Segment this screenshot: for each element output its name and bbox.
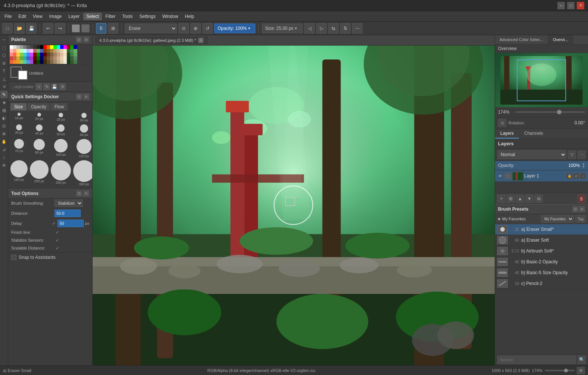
tool-assistant[interactable]: ⊿ [0, 146, 8, 153]
stabilize-sensors-checkbox[interactable]: ✓ [55, 238, 60, 243]
mirror-h-button[interactable]: ⇆ [328, 23, 339, 34]
menu-layer[interactable]: Layer [65, 13, 83, 20]
mirror-v-button[interactable]: ⇅ [340, 23, 351, 34]
menu-help[interactable]: Help [182, 13, 197, 20]
swatch[interactable] [74, 60, 77, 64]
preset-airbrush-soft[interactable]: 5.72 b) Airbrush Soft* [495, 246, 588, 257]
tool-measure[interactable]: ↕ [0, 154, 8, 161]
size-dropdown-arrow[interactable]: ▾ [295, 26, 297, 30]
reset-button[interactable]: ⊙ [178, 23, 189, 34]
menu-tools[interactable]: Tools [119, 13, 136, 20]
zoom-thumb[interactable] [557, 110, 561, 114]
grid-button[interactable]: ⊞ [108, 23, 118, 34]
brush-size-80[interactable]: 80 px [29, 138, 49, 159]
layer-down-button[interactable]: ▼ [525, 195, 533, 203]
add-group-button[interactable]: ⊞ [507, 195, 515, 203]
add-layer-button[interactable]: + [497, 195, 505, 203]
opacity-control[interactable]: Opacity: 100% ▾ [214, 24, 255, 33]
bg-color-swatch[interactable] [18, 70, 28, 80]
zoom-slider-track[interactable] [545, 370, 575, 371]
tool-gradient[interactable]: ▤ [0, 106, 8, 114]
brush-size-250[interactable]: 250 px [50, 159, 72, 187]
brush-smoothing-dropdown[interactable]: Stabilizer [55, 199, 83, 207]
brush-size-70[interactable]: 70 px [10, 138, 28, 159]
to-close-button[interactable]: ✕ [83, 190, 89, 196]
tool-contiguous[interactable]: ⊘ [0, 59, 8, 67]
layer-type-icon[interactable]: ⬚ [505, 173, 511, 179]
tool-fill[interactable]: ◈ [0, 99, 8, 106]
menu-image[interactable]: Image [46, 13, 65, 20]
copy-button[interactable]: ⊕ [190, 23, 201, 34]
minimize-button[interactable]: ─ [557, 2, 565, 9]
layer-lock-button[interactable]: 🔒 [566, 173, 572, 179]
zoom-slider-thumb[interactable] [564, 369, 568, 372]
menu-settings[interactable]: Settings [136, 13, 158, 20]
menu-window[interactable]: Window [159, 13, 181, 20]
brush-size-40[interactable]: 40 px [29, 124, 49, 137]
brush-size-50[interactable]: 50 px [50, 124, 72, 137]
tab-size[interactable]: Size [10, 103, 27, 111]
menu-edit[interactable]: Edit [15, 13, 29, 20]
swatch[interactable] [74, 56, 77, 60]
maximize-button[interactable]: □ [567, 2, 575, 9]
fullscreen-button[interactable]: ⊞ [577, 367, 585, 374]
tool-brush[interactable]: ✎ [0, 91, 8, 98]
preset-basic2-opacity[interactable]: 40 b) Basic-2 Opacity [495, 257, 588, 267]
brush-size-160[interactable]: 160 px [10, 159, 28, 187]
layer-up-button[interactable]: ▲ [516, 195, 524, 203]
save-resource-button[interactable]: 💾 [51, 83, 58, 90]
brush-size-300[interactable]: 300 px [72, 159, 92, 187]
preset-basic5-size-opacity[interactable]: 40 b) Basic-5 Size Opacity [495, 267, 588, 278]
swatch[interactable] [74, 45, 77, 49]
bg-color-button[interactable] [81, 24, 90, 32]
fg-bg-colors[interactable] [10, 66, 28, 80]
menu-file[interactable]: File [1, 13, 15, 20]
scalable-distance-checkbox[interactable]: ✓ [55, 245, 60, 251]
preset-eraser-small[interactable]: 25 a) Eraser Small* [495, 224, 588, 235]
snap-assistants-checkbox[interactable] [11, 255, 16, 260]
brush-size-16[interactable]: 16 px [10, 112, 28, 123]
blend-mode-dropdown[interactable]: Normal [497, 150, 566, 159]
canvas-tab-close-button[interactable]: ✕ [198, 38, 203, 43]
tag-button[interactable]: Tag [575, 215, 586, 223]
menu-view[interactable]: View [30, 13, 46, 20]
tool-pan[interactable]: ✋ [0, 138, 8, 145]
zoom-track[interactable] [515, 111, 585, 113]
tool-crop[interactable]: ⊡ [0, 122, 8, 130]
close-button[interactable]: ✕ [577, 2, 584, 9]
undo-button[interactable]: ↩ [43, 23, 53, 34]
brush-size-35[interactable]: 35 px [10, 124, 28, 137]
layer-alpha-button[interactable]: α [573, 173, 579, 179]
to-float-button[interactable]: ⊡ [76, 190, 82, 196]
qs-close-button[interactable]: ✕ [83, 94, 89, 100]
layer-visibility-toggle[interactable]: 👁 [497, 173, 503, 179]
preset-pencil-2[interactable]: 10 c) Pencil-2 [495, 278, 588, 289]
qs-float-button[interactable]: ⊡ [76, 94, 82, 100]
preset-eraser-soft[interactable]: 60 a) Eraser Soft [495, 235, 588, 246]
brush-size-25[interactable]: 25 px [50, 112, 72, 123]
favorites-dropdown[interactable]: My Favorites [541, 215, 574, 223]
rotation-icon[interactable]: ⊙ [498, 119, 506, 127]
brush-size-60[interactable]: 60 px [72, 124, 92, 137]
tab-overview[interactable]: Overvi... [548, 35, 573, 44]
duplicate-layer-button[interactable]: ⧉ [535, 195, 543, 203]
brush-size-120[interactable]: 120 px [72, 138, 92, 159]
open-button[interactable]: 📂 [14, 23, 25, 34]
menu-select[interactable]: Select [83, 13, 102, 20]
brush-size-100[interactable]: 100 px [50, 138, 72, 159]
brush-size-200[interactable]: 200 px [29, 159, 49, 187]
brush-mode-button[interactable]: B [96, 23, 106, 34]
edit-resource-button[interactable]: ✎ [43, 83, 50, 90]
layer-inherit-alpha-button[interactable]: ↓ [580, 173, 586, 179]
new-doc-button[interactable]: □ [2, 23, 13, 34]
tool-smart-patch[interactable]: ⊛ [0, 161, 8, 169]
finish-line-checkbox[interactable]: ✓ [55, 230, 60, 235]
tool-sample[interactable]: ◐ [0, 114, 8, 122]
tool-text[interactable]: T [0, 67, 8, 75]
tool-select-poly[interactable]: ⬡ [0, 52, 8, 59]
swatch[interactable] [74, 53, 77, 56]
layer-item-1[interactable]: 👁 ⬚ Layer 1 🔒 α ↓ [495, 170, 588, 182]
tool-shape[interactable]: △ [0, 75, 8, 83]
save-button[interactable]: 💾 [26, 23, 37, 34]
menu-filter[interactable]: Filter [103, 13, 119, 20]
